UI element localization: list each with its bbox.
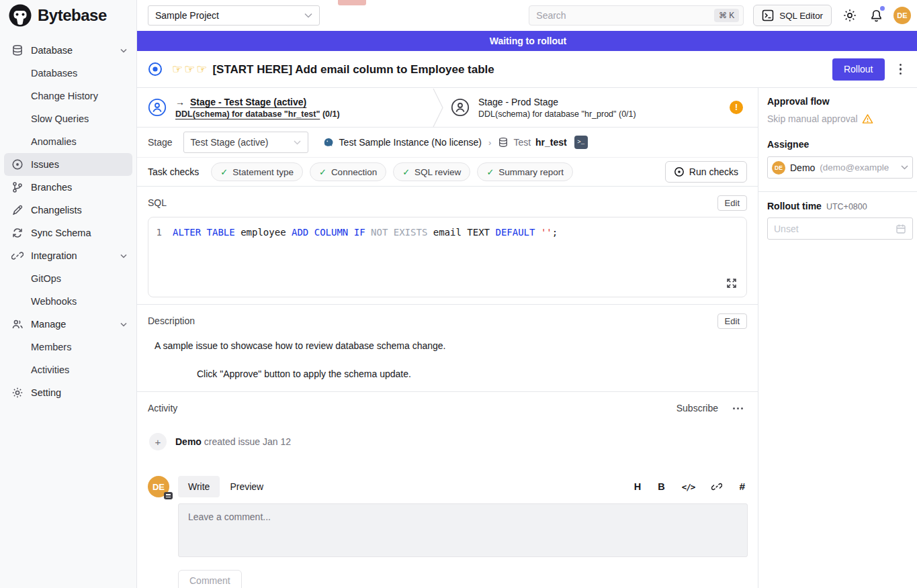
sidebar-item-webhooks[interactable]: Webhooks [0, 290, 136, 313]
stage-card-test[interactable]: →Stage - Test Stage (active) DDL(schema)… [137, 97, 433, 119]
tab-preview[interactable]: Preview [220, 476, 273, 497]
more-menu-icon[interactable] [897, 61, 905, 78]
approval-flow-value: Skip manual approval [767, 113, 913, 124]
subscribe-button[interactable]: Subscribe [676, 403, 718, 413]
task-checks-row: Task checks ✓Statement type ✓Connection … [137, 158, 758, 187]
sidebar-item-change-history[interactable]: Change History [0, 85, 136, 107]
check-connection[interactable]: ✓Connection [310, 162, 386, 181]
project-selector[interactable]: Sample Project [148, 5, 320, 26]
issue-header: ☞☞☞[START HERE] Add email column to Empl… [137, 51, 917, 88]
user-avatar[interactable]: DE [893, 7, 911, 24]
check-statement-type[interactable]: ✓Statement type [211, 162, 303, 181]
sidebar-item-gitops[interactable]: GitOps [0, 267, 136, 290]
open-sql-editor-icon[interactable]: >_ [574, 136, 588, 149]
pointing-hand-emoji: ☞☞☞ [172, 62, 208, 76]
stage-select-dropdown[interactable]: Test Stage (active) [183, 132, 308, 153]
check-pass-icon: ✓ [220, 167, 228, 177]
sidebar-item-manage[interactable]: Manage [0, 313, 136, 336]
sidebar-item-members[interactable]: Members [0, 336, 136, 358]
stage-person-icon [451, 98, 470, 117]
stage-separator [433, 88, 444, 128]
chevron-down-icon [294, 140, 301, 145]
tab-write[interactable]: Write [178, 476, 220, 497]
topbar: Sample Project ⌘ K SQL Editor DE [137, 0, 917, 31]
activity-text: created issue Jan 12 [204, 436, 291, 447]
check-pass-icon: ✓ [402, 167, 410, 177]
hash-format-icon[interactable]: # [739, 481, 745, 493]
notifications-bell-icon[interactable] [868, 7, 884, 23]
database-cylinder-icon [498, 137, 509, 148]
rollout-button[interactable]: Rollout [832, 58, 885, 81]
terminal-icon [762, 9, 774, 21]
activity-section: Activity Subscribe + Demo created issue … [137, 391, 758, 588]
sidebar-item-issues[interactable]: Issues [4, 153, 132, 176]
description-edit-button[interactable]: Edit [717, 313, 747, 329]
sidebar-item-integration[interactable]: Integration [0, 244, 136, 267]
search-shortcut: ⌘ K [714, 9, 739, 22]
expand-fullscreen-icon[interactable] [726, 278, 737, 289]
stage-card-prod[interactable]: Stage - Prod Stage DDL(schema) for datab… [444, 97, 758, 119]
sql-section-title: SQL [148, 197, 167, 208]
issue-sidebar: Approval flow Skip manual approval Assig… [758, 88, 917, 588]
stage-task: DDL(schema) for database "hr_test" [175, 109, 320, 119]
database-icon [11, 44, 24, 57]
sidebar-item-activities[interactable]: Activities [0, 358, 136, 381]
assignee-email: (demo@example [820, 162, 896, 173]
comment-editor: DE Write Preview H B </> [148, 476, 747, 588]
heading-format-icon[interactable]: H [634, 481, 641, 492]
sql-editor-button[interactable]: SQL Editor [753, 5, 832, 26]
comment-submit-button[interactable]: Comment [178, 570, 242, 588]
bold-format-icon[interactable]: B [658, 481, 664, 492]
code-format-icon[interactable]: </> [682, 482, 695, 492]
target-icon [674, 166, 685, 177]
stage-selector-bar: Stage Test Stage (active) Test Sample In… [137, 128, 758, 158]
sql-code-editor[interactable]: 1 ALTER TABLE employee ADD COLUMN IF NOT… [148, 217, 747, 297]
check-sql-review[interactable]: ✓SQL review [393, 162, 470, 181]
issue-main: →Stage - Test Stage (active) DDL(schema)… [137, 88, 758, 588]
stage-label: Stage [148, 137, 173, 148]
sidebar-item-branches[interactable]: Branches [0, 176, 136, 199]
sql-edit-button[interactable]: Edit [717, 195, 747, 211]
content-row: →Stage - Test Stage (active) DDL(schema)… [137, 88, 917, 588]
comment-textarea[interactable] [178, 503, 748, 557]
bytebase-app: Bytebase Database Databases Change Histo… [0, 0, 917, 588]
sql-statement: ALTER TABLE employee ADD COLUMN IF NOT E… [173, 227, 558, 238]
brand-logo[interactable]: Bytebase [0, 0, 136, 31]
settings-gear-icon[interactable] [842, 7, 858, 23]
chevron-down-icon [120, 322, 127, 327]
description-line: Click "Approve" button to apply the sche… [197, 369, 747, 379]
database-name[interactable]: hr_test [535, 137, 567, 148]
run-checks-button[interactable]: Run checks [665, 161, 747, 183]
database-breadcrumb: Test Sample Instance (No license) › Test… [323, 136, 588, 149]
activity-title: Activity [148, 403, 177, 413]
sidebar-item-changelists[interactable]: Changelists [0, 199, 136, 222]
activity-more-icon[interactable] [732, 405, 744, 412]
sidebar-item-anomalies[interactable]: Anomalies [0, 130, 136, 153]
sidebar-item-database[interactable]: Database [0, 39, 136, 62]
sidebar-item-slow-queries[interactable]: Slow Queries [0, 107, 136, 130]
users-icon [11, 318, 24, 331]
description-title: Description [148, 315, 195, 326]
sidebar-item-setting[interactable]: Setting [0, 381, 136, 404]
stage-progress: (0/1) [619, 109, 636, 119]
postgresql-icon [323, 137, 335, 148]
sidebar-item-sync-schema[interactable]: Sync Schema [0, 222, 136, 244]
status-banner-text: Waiting to rollout [490, 36, 567, 46]
check-summary-report[interactable]: ✓Summary report [477, 162, 573, 181]
sidebar-item-databases[interactable]: Databases [0, 62, 136, 85]
project-selector-value: Sample Project [155, 10, 219, 21]
activity-item: + Demo created issue Jan 12 [148, 433, 747, 450]
warning-status-icon: ! [730, 101, 743, 114]
instance-name[interactable]: Test Sample Instance (No license) [339, 137, 482, 148]
chevron-down-icon [120, 254, 127, 258]
format-toolbar: H B </> # [634, 481, 745, 493]
calendar-icon [896, 224, 906, 234]
assignee-select[interactable]: DE Demo (demo@example [767, 156, 913, 179]
rollout-time-input[interactable] [774, 224, 896, 234]
stage-name: Stage - Prod Stage [478, 97, 558, 107]
rollout-time-picker[interactable] [767, 217, 913, 240]
link-format-icon[interactable] [711, 481, 722, 492]
search-input[interactable] [536, 10, 714, 21]
chevron-down-icon [120, 48, 127, 53]
integration-link-icon [11, 250, 24, 262]
